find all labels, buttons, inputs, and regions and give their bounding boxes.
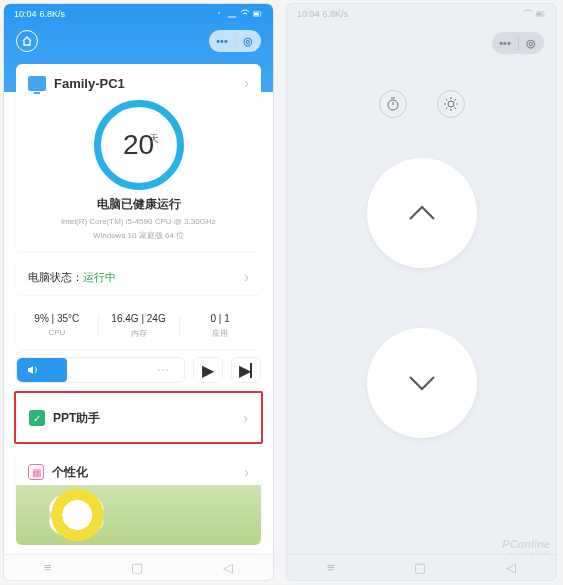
up-button[interactable]	[367, 158, 477, 268]
volume-icon	[25, 363, 39, 377]
nav-menu-button[interactable]: ≡	[327, 560, 335, 575]
svg-rect-3	[537, 13, 542, 16]
main-content: Family-PC1 › 20 天 电脑已健康运行 intel(R) Core(…	[4, 64, 273, 535]
status-label: 电脑状态：	[28, 271, 83, 283]
mode-row	[287, 90, 556, 118]
nav-home-button[interactable]: ▢	[414, 560, 426, 575]
status-icons	[523, 9, 546, 19]
personalization-item[interactable]: ▦个性化 ›	[16, 452, 261, 535]
status-net: 6.8K/s	[323, 9, 349, 19]
volume-row: ▶ ▶|	[16, 357, 261, 383]
home-button[interactable]	[16, 30, 38, 52]
ppt-icon: ✓	[29, 410, 45, 426]
svg-rect-1	[254, 13, 259, 16]
next-button[interactable]: ▶|	[231, 357, 261, 383]
chevron-right-icon: ›	[244, 75, 249, 91]
status-bar: 10:04 6.8K/s	[4, 4, 273, 24]
nav-menu-button[interactable]: ≡	[44, 560, 52, 575]
more-icon[interactable]: •••	[492, 32, 518, 54]
status-net: 6.8K/s	[40, 9, 66, 19]
title-bar: ••• ◎	[4, 24, 273, 58]
stats-card[interactable]: 9% | 35°CCPU 16.4G | 24G内存 0 | 1应用	[16, 303, 261, 349]
chevron-right-icon: ›	[243, 410, 248, 426]
svg-point-5	[448, 101, 454, 107]
health-text: 电脑已健康运行	[28, 196, 249, 213]
header-menu[interactable]: ••• ◎	[209, 30, 261, 52]
header-menu[interactable]: ••• ◎	[492, 32, 544, 54]
health-ring: 20 天	[94, 100, 184, 190]
timer-button[interactable]	[379, 90, 407, 118]
target-icon[interactable]: ◎	[518, 32, 544, 54]
device-name: Family-PC1	[54, 76, 125, 91]
nav-bar: ≡ ▢ ◁	[4, 554, 273, 580]
status-time: 10:04	[297, 9, 320, 19]
stat-apps: 0 | 1应用	[179, 307, 261, 345]
status-value: 运行中	[83, 271, 116, 283]
down-button[interactable]	[367, 328, 477, 438]
spec-line-2: Windows 10 家庭版 64 位	[28, 230, 249, 241]
image-icon: ▦	[28, 464, 44, 480]
brightness-button[interactable]	[437, 90, 465, 118]
play-button[interactable]: ▶	[193, 357, 223, 383]
nav-bar: ≡ ▢ ◁	[287, 554, 556, 580]
more-icon[interactable]: •••	[209, 30, 235, 52]
nav-back-button[interactable]: ◁	[506, 560, 516, 575]
nav-back-button[interactable]: ◁	[223, 560, 233, 575]
spec-line-1: intel(R) Core(TM) i5-4590 CPU @ 3.30GHz	[28, 216, 249, 227]
ppt-assistant-item[interactable]: ✓PPT助手 ›	[17, 394, 260, 441]
health-unit: 天	[149, 132, 159, 146]
monitor-icon	[28, 76, 46, 91]
volume-slider[interactable]	[16, 357, 185, 383]
stat-memory: 16.4G | 24G内存	[98, 307, 180, 345]
highlight-box: ✓PPT助手 ›	[14, 391, 263, 444]
status-icons	[214, 9, 263, 19]
target-icon[interactable]: ◎	[235, 30, 261, 52]
stat-cpu: 9% | 35°CCPU	[16, 307, 98, 345]
status-time: 10:04	[14, 9, 37, 19]
personalization-image	[16, 485, 261, 545]
device-card[interactable]: Family-PC1 › 20 天 电脑已健康运行 intel(R) Core(…	[16, 64, 261, 251]
chevron-right-icon: ›	[244, 464, 249, 480]
chevron-right-icon: ›	[244, 269, 249, 285]
watermark: PConline	[502, 538, 550, 550]
phone-right: 10:04 6.8K/s ••• ◎ PConline 太平洋电脑网 ≡ ▢ ◁	[287, 4, 556, 580]
title-bar: ••• ◎	[287, 24, 556, 62]
status-bar: 10:04 6.8K/s	[287, 4, 556, 24]
nav-home-button[interactable]: ▢	[131, 560, 143, 575]
phone-left: 10:04 6.8K/s ••• ◎ Family-PC1 ›	[4, 4, 273, 580]
status-card[interactable]: 电脑状态：运行中 ›	[16, 259, 261, 295]
